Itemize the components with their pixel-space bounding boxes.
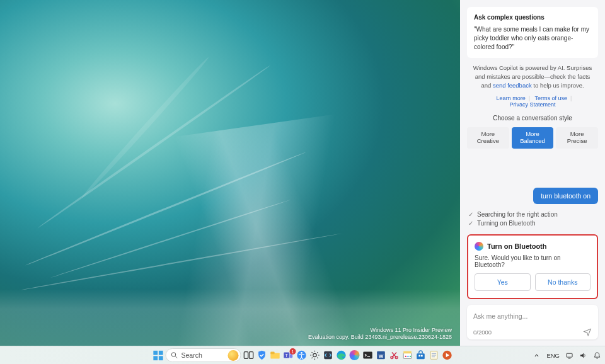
- svg-point-4: [171, 353, 176, 357]
- svg-point-27: [407, 356, 408, 357]
- desktop-wallpaper[interactable]: Windows 11 Pro Insider Preview Evaluatio…: [0, 0, 460, 346]
- teams-badge: 1: [290, 348, 296, 355]
- svg-rect-38: [567, 353, 572, 357]
- svg-rect-19: [363, 352, 372, 359]
- confirm-no-button[interactable]: No thanks: [535, 273, 591, 291]
- svg-rect-0: [153, 350, 158, 355]
- svg-rect-13: [290, 355, 293, 358]
- style-creative[interactable]: MoreCreative: [467, 127, 509, 149]
- svg-point-28: [410, 356, 411, 357]
- edge-icon[interactable]: [336, 350, 347, 361]
- confirm-body: Sure. Would you like to turn on Bluetoot…: [475, 254, 591, 268]
- footer-links: Learn more| Terms of use| Privacy Statem…: [467, 95, 598, 108]
- char-counter: 0/2000: [473, 329, 492, 336]
- privacy-link[interactable]: Privacy Statement: [509, 101, 555, 108]
- snip-icon[interactable]: [389, 350, 400, 361]
- teams-icon[interactable]: T1: [283, 350, 294, 361]
- svg-rect-6: [244, 352, 248, 359]
- taskbar-center: Search T1 W: [153, 348, 453, 362]
- copilot-panel: Ask complex questions "What are some mea…: [460, 0, 605, 346]
- svg-point-15: [301, 352, 302, 354]
- confirm-yes-button[interactable]: Yes: [475, 273, 531, 291]
- svg-rect-30: [418, 355, 420, 357]
- copilot-icon: [475, 242, 483, 251]
- watermark: Windows 11 Pro Insider Preview Evaluatio…: [308, 327, 452, 341]
- style-balanced[interactable]: MoreBalanced: [512, 127, 554, 149]
- confirm-title: Turn on Bluetooth: [487, 242, 547, 250]
- disclaimer: Windows Copilot is powered by AI. Surpri…: [467, 64, 598, 89]
- copilot-taskbar-icon[interactable]: [349, 350, 360, 361]
- status-1: Searching for the right action: [477, 211, 558, 218]
- word-icon[interactable]: W: [376, 350, 387, 361]
- svg-marker-40: [580, 353, 584, 358]
- svg-line-5: [175, 356, 177, 358]
- svg-point-26: [405, 356, 406, 357]
- tray-chevron-icon[interactable]: [533, 351, 541, 360]
- svg-text:T: T: [285, 353, 289, 358]
- terms-link[interactable]: Terms of use: [535, 95, 568, 101]
- svg-rect-29: [417, 353, 425, 359]
- tray-volume-icon[interactable]: [579, 351, 587, 360]
- svg-point-16: [313, 353, 316, 356]
- watermark-line1: Windows 11 Pro Insider Preview: [308, 327, 452, 334]
- send-icon[interactable]: [583, 327, 592, 336]
- devhome-icon[interactable]: [323, 350, 334, 361]
- chat-input[interactable]: [473, 312, 592, 320]
- paint-icon[interactable]: [402, 350, 413, 361]
- search-placeholder: Search: [182, 351, 202, 359]
- status-list: ✓Searching for the right action ✓Turning…: [467, 210, 598, 229]
- learn-more-link[interactable]: Learn more: [497, 95, 526, 101]
- taskbar-search[interactable]: Search: [166, 348, 241, 362]
- svg-rect-31: [421, 355, 423, 357]
- style-precise[interactable]: MorePrecise: [556, 127, 598, 149]
- svg-rect-7: [249, 352, 253, 359]
- svg-text:W: W: [379, 353, 384, 359]
- suggestion-card[interactable]: Ask complex questions "What are some mea…: [467, 7, 598, 58]
- notepad-icon[interactable]: [429, 350, 440, 361]
- watermark-line2: Evaluation copy. Build 23493.ni_prerelea…: [308, 334, 452, 341]
- store-icon[interactable]: [415, 350, 427, 361]
- suggestion-title: Ask complex questions: [474, 13, 591, 22]
- check-icon: ✓: [468, 220, 473, 227]
- check-icon: ✓: [468, 211, 473, 218]
- tray-notifications-icon[interactable]: [593, 351, 601, 360]
- suggestion-body: "What are some meals I can make for my p…: [474, 25, 591, 52]
- search-highlight-icon: [228, 350, 239, 361]
- media-player-icon[interactable]: [442, 350, 453, 361]
- taskbar: Search T1 W ENG: [0, 346, 605, 364]
- accessibility-icon[interactable]: [296, 350, 308, 361]
- svg-rect-25: [403, 351, 412, 354]
- tray-network-icon[interactable]: [565, 351, 573, 360]
- start-button[interactable]: [153, 350, 164, 361]
- svg-rect-3: [158, 356, 163, 360]
- explorer-icon[interactable]: [270, 350, 281, 361]
- svg-rect-1: [158, 350, 163, 355]
- svg-rect-2: [153, 356, 158, 360]
- security-icon[interactable]: [256, 350, 268, 361]
- style-row: MoreCreative MoreBalanced MorePrecise: [467, 127, 598, 149]
- tray-language[interactable]: ENG: [546, 352, 560, 359]
- user-message: turn bluetooth on: [533, 188, 598, 204]
- style-label: Choose a conversation style: [467, 115, 598, 122]
- confirm-card: Turn on Bluetooth Sure. Would you like t…: [467, 234, 598, 299]
- settings-icon[interactable]: [309, 350, 321, 361]
- status-2: Turning on Bluetooth: [477, 220, 535, 227]
- svg-rect-9: [270, 352, 274, 355]
- terminal-icon[interactable]: [362, 350, 374, 361]
- task-view-icon[interactable]: [243, 350, 255, 361]
- send-feedback-link[interactable]: send feedback: [493, 82, 532, 89]
- input-card: 0/2000: [467, 305, 598, 339]
- system-tray: ENG: [533, 351, 601, 360]
